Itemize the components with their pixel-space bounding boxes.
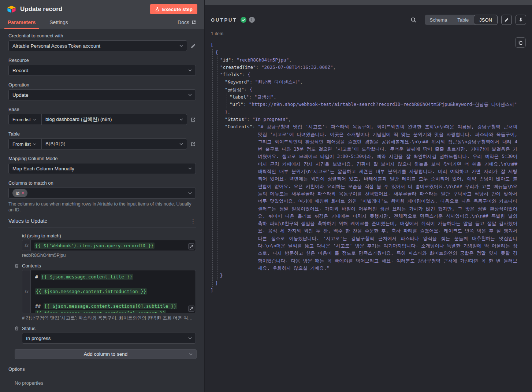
mapping-mode-select[interactable]: Map Each Column Manually	[8, 163, 196, 174]
expand-expression-icon[interactable]	[188, 243, 194, 249]
id-field-label: id (using to match)	[22, 233, 61, 238]
json-line: [	[211, 41, 517, 49]
base-value-select[interactable]: blog dashboard (김혜련) (n8n)	[42, 114, 187, 125]
fx-icon: fx	[22, 240, 31, 251]
chevron-down-icon	[188, 192, 192, 194]
chevron-down-icon	[188, 69, 192, 71]
options-empty-text: No properties	[15, 380, 196, 386]
json-line: }	[220, 272, 517, 279]
contents-expression-editor[interactable]: fx # {{ $json.message.content.title }} {…	[22, 270, 196, 313]
expand-expression-icon[interactable]	[188, 306, 194, 312]
operation-label: Operation	[8, 82, 196, 88]
contents-expression-preview: # 강남구청역 맛집 '시고로': 파스타와 옥돔구이, 화이트와인의 완벽한 …	[22, 315, 196, 321]
open-base-external-link-icon[interactable]	[190, 117, 196, 122]
open-table-external-link-icon[interactable]	[190, 141, 196, 147]
output-title: OUTPUT	[211, 17, 237, 23]
json-line: "label": "글생성",	[230, 93, 517, 101]
match-columns-label: Columns to match on	[8, 180, 196, 186]
status-select[interactable]: In progress	[22, 333, 196, 344]
options-section-title: Options	[8, 366, 196, 372]
match-columns-select[interactable]: id ×	[8, 188, 196, 199]
tab-settings[interactable]: Settings	[49, 15, 68, 29]
info-icon[interactable]	[249, 17, 255, 23]
output-view-switch: Schema Table JSON	[425, 15, 498, 25]
json-line: "createdTime": "2025-07-08T14:16:32.000Z…	[220, 64, 517, 71]
delete-contents-field-trash-icon[interactable]	[14, 263, 19, 268]
chevron-down-icon	[33, 119, 36, 121]
chevron-down-icon	[188, 337, 192, 339]
edit-output-pencil-icon[interactable]	[501, 15, 512, 25]
chevron-down-icon	[33, 143, 36, 145]
tab-json[interactable]: JSON	[474, 15, 498, 25]
output-panel: OUTPUT Schema Table JSON	[205, 0, 532, 392]
table-value-select[interactable]: 리라이팅	[42, 139, 187, 149]
status-field-label: Status	[22, 326, 36, 331]
item-count: 1 item	[205, 25, 532, 36]
credential-label: Credential to connect with	[8, 33, 196, 38]
resource-select[interactable]: Record	[8, 65, 196, 76]
id-expression-result: recbR8GhO4tm5Pjpu	[22, 253, 196, 258]
page-title: Update record	[20, 5, 150, 13]
operation-select[interactable]: Update	[8, 89, 196, 100]
node-header: Update record Execute step Parameters Se…	[0, 0, 204, 29]
node-details-view: Update record Execute step Parameters Se…	[0, 0, 532, 392]
base-label: Base	[8, 107, 196, 112]
table-label: Table	[8, 131, 196, 137]
json-line: {	[215, 49, 517, 56]
chevron-down-icon	[188, 167, 192, 170]
parameters-panel: Update record Execute step Parameters Se…	[0, 0, 205, 392]
json-line: "fields": {	[220, 71, 517, 78]
json-line: },	[225, 108, 517, 116]
base-mode-select[interactable]: From list	[9, 114, 42, 125]
success-check-icon	[241, 17, 246, 23]
divider	[8, 375, 196, 375]
delete-status-field-trash-icon[interactable]	[14, 326, 19, 331]
json-line: "Contents": "# 강남구청역 맛집 '시고로': 파스타와 옥돔구이…	[225, 123, 517, 272]
json-output: [{"id": "recbR8GhO4tm5Pjpu","createdTime…	[211, 41, 517, 294]
search-icon[interactable]	[410, 17, 417, 23]
divider	[8, 228, 196, 228]
contents-editor-lines: # {{ $json.message.content.title }} {{ $…	[31, 270, 196, 313]
json-output-area: [{"id": "recbR8GhO4tm5Pjpu","createdTime…	[205, 36, 532, 392]
copy-json-icon[interactable]	[515, 37, 526, 48]
flask-icon	[155, 7, 160, 12]
external-link-icon	[191, 20, 196, 25]
json-line: "Status": "In progress",	[225, 116, 517, 123]
docs-link[interactable]: Docs	[178, 19, 196, 25]
chevron-down-icon	[179, 45, 183, 47]
json-line: }	[215, 280, 517, 287]
chevron-down-icon	[179, 143, 183, 145]
output-header: OUTPUT Schema Table JSON	[205, 5, 532, 25]
match-columns-description: The columns to use when matching rows in…	[8, 201, 196, 213]
mapping-mode-label: Mapping Column Mode	[8, 156, 196, 161]
contents-field-label: Contents	[22, 263, 41, 269]
json-line: "id": "recbR8GhO4tm5Pjpu",	[220, 56, 517, 64]
panel-top-strip	[205, 0, 532, 5]
chevron-down-icon	[188, 94, 192, 96]
pin-data-icon[interactable]	[516, 15, 526, 25]
tab-table[interactable]: Table	[452, 15, 474, 25]
tab-bar: Parameters Settings Docs	[0, 15, 204, 29]
chevron-down-icon	[189, 353, 193, 355]
table-mode-select[interactable]: From list	[9, 139, 42, 149]
json-line: "글생성": {	[225, 86, 517, 93]
tab-schema[interactable]: Schema	[425, 15, 453, 25]
tab-parameters[interactable]: Parameters	[8, 15, 36, 29]
edit-credential-pencil-icon[interactable]	[190, 43, 196, 49]
id-expression-input[interactable]: fx {{ $('Webhook').item.json.query.recor…	[22, 240, 196, 251]
json-line: "Keyword": "한남동 다이센스시",	[225, 78, 517, 86]
match-column-tag-id[interactable]: id ×	[12, 189, 27, 197]
chevron-down-icon	[179, 118, 183, 121]
fx-icon: fx	[22, 270, 31, 313]
json-line: "url": "https://n9n.shop/webhook-test/ai…	[230, 101, 517, 108]
credential-select[interactable]: Airtable Personal Access Token account	[8, 40, 187, 51]
json-line: ]	[211, 287, 517, 294]
parameters-form: Credential to connect with Airtable Pers…	[0, 29, 204, 392]
resource-label: Resource	[8, 58, 196, 63]
execute-step-button[interactable]: Execute step	[150, 4, 197, 14]
add-column-to-send-button[interactable]: Add column to send	[15, 349, 197, 359]
values-to-update-title: Values to Update	[8, 218, 47, 224]
values-options-menu-icon[interactable]: ⋮	[190, 218, 196, 224]
airtable-logo-icon	[7, 5, 16, 14]
remove-tag-icon[interactable]: ×	[22, 191, 24, 196]
